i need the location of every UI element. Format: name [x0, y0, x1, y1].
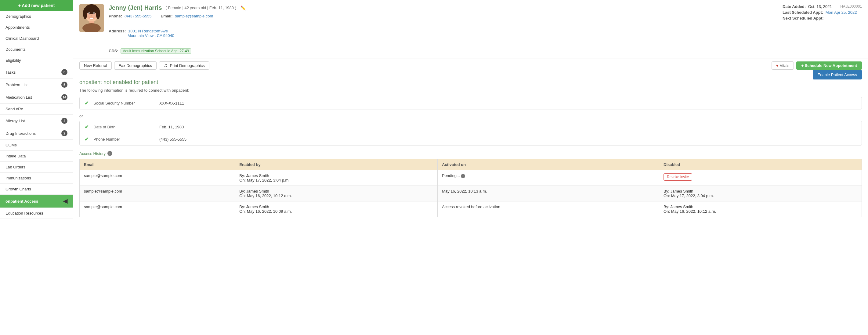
new-referral-button[interactable]: New Referral: [79, 61, 112, 70]
access-history-label: Access History: [79, 151, 105, 156]
active-indicator-arrow: ◀: [63, 198, 67, 204]
sidebar-item-onpatient-access[interactable]: onpatient Access◀: [0, 195, 73, 208]
history-enabled-2: By: James SmithOn: May 16, 2022, 10:09 a…: [235, 201, 438, 217]
sidebar-item-label-immunizations: Immunizations: [5, 176, 31, 180]
sidebar-item-label-documents: Documents: [5, 47, 26, 52]
fax-demographics-button[interactable]: Fax Demographics: [114, 61, 157, 70]
edit-icon[interactable]: ✏️: [241, 5, 246, 10]
sidebar-item-immunizations[interactable]: Immunizations: [0, 173, 73, 184]
date-added-value: Oct. 13, 2021: [808, 4, 832, 9]
svg-point-9: [93, 13, 95, 15]
sidebar-badge-allergy-list: 4: [61, 118, 67, 124]
sidebar-item-allergy-list[interactable]: Allergy List4: [0, 115, 73, 127]
sidebar-item-label-intake-data: Intake Data: [5, 154, 26, 158]
address-line1[interactable]: 1001 N Rengstorff Ave: [128, 29, 168, 33]
action-bar: New Referral Fax Demographics 🖨 Print De…: [73, 58, 868, 73]
phone-value[interactable]: (443) 555-5555: [125, 14, 152, 18]
phone-label: Phone:: [108, 14, 122, 18]
sidebar-badge-tasks: 0: [61, 69, 67, 75]
history-disabled-0: Revoke invite: [659, 170, 862, 186]
patient-header: Jenny (Jen) Harris ( Female | 42 years o…: [73, 0, 868, 58]
sidebar-item-label-appointments: Appointments: [5, 25, 30, 30]
history-activated-0: Pending... i: [438, 170, 659, 186]
sidebar-badge-drug-interactions: 2: [61, 130, 67, 136]
access-history-info-icon[interactable]: i: [107, 151, 112, 156]
sidebar-item-eligibility[interactable]: Eligibility: [0, 55, 73, 66]
pending-info-icon[interactable]: i: [461, 174, 465, 178]
main-content: Jenny (Jen) Harris ( Female | 42 years o…: [73, 0, 868, 335]
ssn-check-icon: ✔: [85, 100, 89, 106]
sidebar-item-demographics[interactable]: Demographics: [0, 11, 73, 22]
address-label: Address:: [108, 29, 126, 33]
dob-phone-info-table: ✔ Date of Birth Feb. 11, 1980 ✔ Phone Nu…: [79, 121, 862, 145]
add-patient-button[interactable]: + Add new patient: [0, 0, 73, 11]
sidebar-item-label-demographics: Demographics: [5, 14, 31, 19]
dob-label: Date of Birth: [93, 125, 154, 129]
history-disabled-2: By: James SmithOn: May 16, 2022, 10:12 a…: [659, 201, 862, 217]
sidebar-item-label-problem-list: Problem List: [5, 83, 28, 87]
sidebar-item-label-drug-interactions: Drug Interactions: [5, 131, 36, 136]
email-value[interactable]: sample@sample.com: [175, 14, 213, 18]
history-activated-1: May 16, 2022, 10:13 a.m.: [438, 186, 659, 201]
ssn-value: XXX-XX-1111: [159, 101, 184, 106]
col-enabled-by: Enabled by: [235, 159, 438, 170]
history-disabled-1: By: James SmithOn: May 17, 2022, 3:04 p.…: [659, 186, 862, 201]
phone-info-label: Phone Number: [93, 137, 154, 141]
or-divider: or: [79, 114, 862, 118]
last-scheduled-value[interactable]: Mon Apr 25, 2022: [826, 10, 857, 15]
cds-value[interactable]: Adult Immunization Schedule Age: 27-49: [121, 48, 191, 54]
sidebar-item-education-resources[interactable]: Education Resources: [0, 208, 73, 219]
svg-point-5: [96, 8, 100, 19]
sidebar-item-label-clinical-dashboard: Clinical Dashboard: [5, 36, 39, 41]
date-added-label: Date Added:: [782, 4, 806, 9]
sidebar-item-lab-orders[interactable]: Lab Orders: [0, 162, 73, 173]
sidebar-item-documents[interactable]: Documents: [0, 44, 73, 55]
patient-name: Jenny (Jen) Harris: [108, 4, 162, 11]
sidebar-item-label-cqms: CQMs: [5, 143, 17, 147]
history-email-0: sample@sample.com: [80, 170, 235, 186]
vitals-label: Vitals: [780, 63, 789, 68]
svg-point-11: [90, 18, 93, 19]
address-line2[interactable]: Mountain View , CA 94040: [128, 33, 174, 38]
sidebar-item-tasks[interactable]: Tasks0: [0, 66, 73, 79]
onpatient-title: onpatient not enabled for patient: [79, 79, 862, 86]
history-email-2: sample@sample.com: [80, 201, 235, 217]
sidebar-item-medication-list[interactable]: Medication List14: [0, 91, 73, 104]
sidebar-item-growth-charts[interactable]: Growth Charts: [0, 184, 73, 195]
dob-row: ✔ Date of Birth Feb. 11, 1980: [80, 121, 862, 133]
phone-check-icon: ✔: [85, 136, 89, 142]
sidebar-item-label-eligibility: Eligibility: [5, 58, 21, 63]
enable-patient-access-button[interactable]: Enable Patient Access: [813, 70, 862, 80]
email-label: Email:: [161, 14, 173, 18]
history-activated-2: Access revoked before activation: [438, 201, 659, 217]
revoke-invite-button[interactable]: Revoke invite: [663, 173, 692, 180]
sidebar-item-label-education-resources: Education Resources: [5, 211, 43, 216]
sidebar-badge-medication-list: 14: [61, 94, 67, 100]
sidebar-item-cqms[interactable]: CQMs: [0, 140, 73, 151]
sidebar-item-clinical-dashboard[interactable]: Clinical Dashboard: [0, 33, 73, 44]
sidebar-item-label-allergy-list: Allergy List: [5, 119, 25, 123]
access-history-title: Access History i: [79, 151, 862, 156]
vitals-button[interactable]: ♥ Vitals: [772, 61, 794, 70]
sidebar-item-drug-interactions[interactable]: Drug Interactions2: [0, 127, 73, 140]
sidebar-item-problem-list[interactable]: Problem List5: [0, 79, 73, 91]
schedule-appointment-button[interactable]: + Schedule New Appointment: [796, 61, 862, 70]
sidebar-item-label-send-erx: Send eRx: [5, 107, 23, 111]
dob-check-icon: ✔: [85, 124, 89, 130]
sidebar-item-intake-data[interactable]: Intake Data: [0, 151, 73, 162]
history-email-1: sample@sample.com: [80, 186, 235, 201]
col-email: Email: [80, 159, 235, 170]
phone-row: ✔ Phone Number (443) 555-5555: [80, 133, 862, 145]
sidebar-item-send-erx[interactable]: Send eRx: [0, 104, 73, 115]
print-demographics-button[interactable]: 🖨 Print Demographics: [159, 61, 209, 70]
patient-meta: ( Female | 42 years old | Feb. 11, 1980 …: [166, 5, 236, 10]
sidebar-badge-problem-list: 5: [61, 82, 67, 88]
content-area: Enable Patient Access onpatient not enab…: [73, 73, 868, 223]
ssn-info-table: ✔ Social Security Number XXX-XX-1111: [79, 97, 862, 109]
patient-photo: [79, 4, 104, 32]
sidebar-item-appointments[interactable]: Appointments: [0, 22, 73, 33]
print-label: Print Demographics: [170, 63, 205, 68]
sidebar-item-label-lab-orders: Lab Orders: [5, 165, 25, 169]
col-activated-on: Activated on: [438, 159, 659, 170]
svg-point-8: [89, 13, 90, 15]
